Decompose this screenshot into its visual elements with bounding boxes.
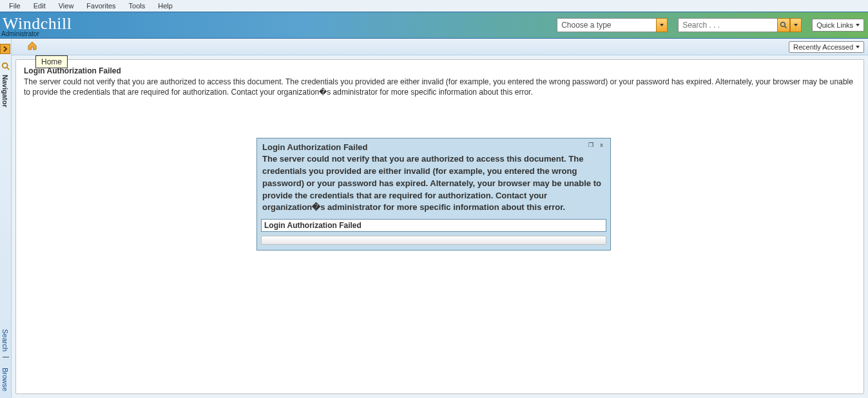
dialog-close-button[interactable]: x: [598, 142, 605, 148]
svg-line-1: [785, 26, 787, 28]
menu-help[interactable]: Help: [151, 1, 179, 10]
sidebar: Navigator Search | Browse: [0, 39, 12, 398]
recently-accessed-label: Recently Accessed: [793, 43, 853, 51]
sidebar-search-icon-button[interactable]: [1, 62, 10, 71]
home-tooltip: Home: [35, 55, 68, 68]
dialog-window-buttons: ❐ x: [587, 142, 605, 148]
search-icon: [1, 62, 10, 71]
chevron-down-icon: [856, 46, 860, 48]
type-chooser[interactable]: Choose a type: [557, 18, 668, 32]
dialog-titlebar: Login Authorization Failed ❐ x: [257, 138, 610, 152]
sidebar-search-link[interactable]: Search: [1, 329, 9, 352]
dialog-progress-bar: [261, 236, 606, 245]
svg-point-0: [781, 23, 786, 27]
search-dropdown[interactable]: [790, 18, 802, 32]
brand-role: Administrator: [1, 30, 39, 37]
dialog-status-field: Login Authorization Failed: [261, 219, 606, 232]
error-dialog: Login Authorization Failed ❐ x The serve…: [256, 138, 611, 251]
sidebar-title: Navigator: [1, 75, 9, 108]
menu-view[interactable]: View: [52, 1, 81, 10]
menu-edit[interactable]: Edit: [27, 1, 52, 10]
menu-tools[interactable]: Tools: [122, 1, 152, 10]
type-chooser-text[interactable]: Choose a type: [557, 18, 656, 32]
menubar: File Edit View Favorites Tools Help: [0, 0, 868, 12]
chevron-right-icon: [3, 46, 8, 52]
error-body: The server could not verify that you are…: [24, 77, 856, 97]
toolbar-right: Choose a type Quick Links: [557, 18, 864, 32]
sidebar-browse-link[interactable]: Browse: [1, 368, 9, 392]
sidebar-separator: |: [3, 356, 10, 358]
sidebar-expand-button[interactable]: [0, 44, 10, 54]
dialog-minimize-button[interactable]: ❐: [587, 142, 594, 148]
svg-line-3: [7, 68, 10, 70]
dialog-title: Login Authorization Failed: [262, 142, 367, 152]
banner: Windchill Administrator Choose a type Qu…: [0, 12, 868, 39]
menu-file[interactable]: File: [3, 1, 27, 10]
type-chooser-dropdown[interactable]: [656, 18, 668, 32]
home-icon: [27, 41, 37, 51]
search-set: [678, 18, 802, 32]
search-icon: [780, 21, 787, 29]
quick-links-button[interactable]: Quick Links: [812, 19, 864, 32]
search-input[interactable]: [678, 18, 777, 32]
menu-favorites[interactable]: Favorites: [80, 1, 122, 10]
dialog-body: The server could not verify that you are…: [257, 152, 610, 219]
search-go-button[interactable]: [777, 18, 790, 32]
chevron-down-icon: [660, 24, 664, 26]
quick-links-label: Quick Links: [816, 21, 853, 29]
recently-accessed-button[interactable]: Recently Accessed: [789, 41, 864, 53]
chevron-down-icon: [794, 24, 798, 26]
home-button[interactable]: [27, 41, 37, 53]
error-title: Login Authorization Failed: [24, 66, 856, 75]
chevron-down-icon: [856, 24, 860, 26]
breadcrumb-row: Recently Accessed Home: [0, 39, 868, 55]
svg-point-2: [3, 63, 8, 68]
